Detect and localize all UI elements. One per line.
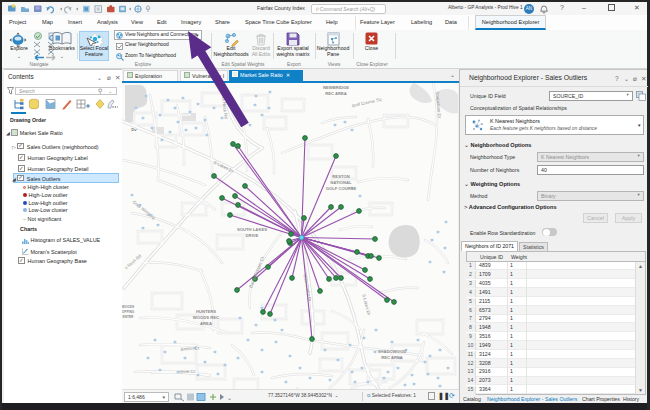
svg-text:GOLF COURSE: GOLF COURSE [326,186,357,191]
svg-text:NEWBRIDGE: NEWBRIDGE [323,85,349,90]
svg-text:REC AREA: REC AREA [381,355,403,360]
svg-text:SOUTH LAKES: SOUTH LAKES [237,227,267,232]
svg-text:Shire Ct: Shire Ct [179,369,196,375]
svg-text:AREA: AREA [200,321,212,326]
svg-text:NATIONAL: NATIONAL [330,180,352,185]
svg-text:⌄: ⌄ [227,395,232,401]
svg-text:RESTON: RESTON [332,174,349,179]
svg-text:SHADOWOOD: SHADOWOOD [378,349,407,354]
svg-text:WOODS: WOODS [122,305,134,309]
svg-text:ENTER: ENTER [123,315,135,319]
svg-text:REC AREA: REC AREA [325,91,347,96]
svg-text:OPPING: OPPING [122,310,135,314]
svg-text:Dv: Dv [131,127,137,132]
svg-text:WOODS REC: WOODS REC [193,315,219,320]
svg-text:DRIVE: DRIVE [246,233,259,238]
svg-text:HUNTERS: HUNTERS [196,309,216,314]
